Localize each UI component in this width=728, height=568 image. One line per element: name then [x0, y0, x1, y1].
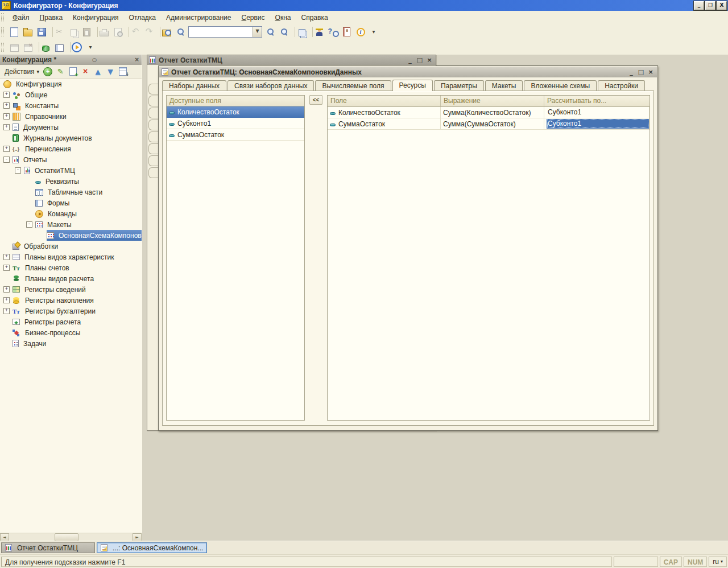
toolbar-button[interactable] — [340, 26, 353, 38]
app-restore-button[interactable]: ❐ — [705, 1, 715, 10]
window-minimize-button[interactable]: _ — [627, 68, 635, 76]
report-window-titlebar[interactable]: Отчет ОстаткиТМЦ _ □ × — [147, 55, 436, 65]
tree-expander-icon[interactable]: - — [3, 157, 10, 163]
move-all-left-button[interactable]: << — [309, 95, 322, 105]
tree-item[interactable]: Задачи — [0, 338, 142, 349]
toolbar-button[interactable]: ✂ — [52, 26, 66, 38]
tree-item[interactable]: ОсновнаяСхемаКомпоновки — [0, 230, 142, 241]
tab[interactable]: Ресурсы — [392, 80, 433, 91]
tree-item[interactable]: + Планы счетов — [0, 262, 142, 273]
tree-item[interactable]: Табличные части — [0, 187, 142, 197]
tree-item[interactable]: + Общие — [0, 89, 142, 100]
toolbar-button[interactable] — [21, 26, 35, 38]
tree-expander-icon[interactable]: + — [3, 286, 10, 293]
calc-by-cell[interactable]: Субконто1 — [547, 108, 649, 117]
app-minimize-button[interactable]: _ — [694, 1, 704, 10]
menu-item[interactable]: Администрирование — [161, 12, 236, 23]
tree-expander-icon[interactable]: + — [3, 124, 10, 130]
tree-item[interactable]: Реквизиты — [0, 176, 142, 187]
toolbar-button[interactable] — [160, 26, 173, 38]
action-button[interactable] — [67, 66, 79, 77]
tree-item[interactable]: + Планы видов характеристик — [0, 252, 142, 262]
taskbar-window-button[interactable]: Отчет ОстаткиТМЦ — [1, 542, 95, 553]
table-row[interactable]: КоличествоОстаток Сумма(КоличествоОстато… — [328, 107, 650, 118]
tab[interactable]: Настройки — [598, 80, 645, 91]
tree-horizontal-scrollbar[interactable]: ◄ ► — [0, 533, 142, 541]
toolbar-button[interactable] — [97, 26, 111, 38]
toolbar-button[interactable] — [21, 41, 35, 53]
tree-item[interactable]: Конфигурация — [0, 79, 142, 89]
tree-item[interactable]: Команды — [0, 208, 142, 219]
toolbar-button[interactable] — [326, 26, 340, 38]
toolbar-button[interactable] — [7, 41, 21, 53]
window-close-button[interactable]: × — [425, 56, 433, 64]
tree-item[interactable]: Журналы документов — [0, 133, 142, 143]
menu-item[interactable]: Конфигурация — [68, 12, 124, 23]
tree-item[interactable]: + Регистры сведений — [0, 284, 142, 295]
action-button[interactable] — [117, 66, 129, 77]
toolbar-button[interactable] — [111, 26, 125, 38]
menu-item[interactable]: Окна — [270, 12, 296, 23]
toolbar-button[interactable] — [277, 26, 291, 38]
available-field-row[interactable]: КоличествоОстаток — [167, 106, 304, 118]
tree-item[interactable]: Регистры расчета — [0, 316, 142, 327]
toolbar-grip[interactable] — [1, 43, 4, 52]
tree-item[interactable]: Планы видов расчета — [0, 273, 142, 284]
toolbar-button[interactable] — [125, 26, 129, 38]
available-field-row[interactable]: СуммаОстаток — [167, 129, 304, 141]
menu-item[interactable]: Сервис — [236, 12, 270, 23]
tree-item[interactable]: + Регистры бухгалтерии — [0, 306, 142, 316]
tree-expander-icon[interactable]: - — [26, 221, 32, 228]
tree-item[interactable]: + Справочники — [0, 111, 142, 122]
available-field-row[interactable]: Субконто1 — [167, 118, 304, 129]
scroll-right-icon[interactable]: ► — [133, 533, 142, 541]
action-button[interactable]: ▲ — [92, 66, 104, 77]
window-maximize-button[interactable]: □ — [416, 56, 424, 64]
window-maximize-button[interactable]: □ — [637, 68, 645, 76]
tab[interactable]: Вложенные схемы — [524, 80, 597, 91]
window-close-button[interactable]: × — [647, 68, 655, 76]
panel-close-icon[interactable]: × — [133, 55, 142, 64]
tree-item[interactable]: + Константы — [0, 100, 142, 111]
action-button[interactable]: ✎ — [54, 66, 67, 77]
column-header-expression[interactable]: Выражение — [441, 96, 544, 106]
search-combobox[interactable]: ▼ — [188, 26, 262, 38]
column-header-field[interactable]: Поле — [328, 96, 441, 106]
tree-expander-icon[interactable]: + — [3, 265, 10, 271]
toolbar-button[interactable]: ▾ — [367, 26, 380, 38]
toolbar-grip[interactable] — [1, 27, 4, 36]
action-button[interactable]: × — [79, 66, 92, 77]
language-indicator[interactable]: ru ▾ — [709, 557, 727, 567]
toolbar-button[interactable] — [48, 26, 52, 38]
toolbar-button[interactable] — [93, 26, 97, 38]
column-header-calc-by[interactable]: Рассчитывать по... — [544, 96, 650, 106]
menu-item[interactable]: Отладка — [124, 12, 161, 23]
toolbar-button[interactable] — [80, 26, 93, 38]
tab[interactable]: Связи наборов данных — [228, 80, 314, 91]
table-row[interactable]: СуммаОстаток Сумма(СуммаОстаток) Субконт… — [328, 118, 650, 130]
tab[interactable]: Параметры — [434, 80, 484, 91]
tree-expander-icon[interactable]: + — [3, 146, 10, 152]
toolbar-button[interactable] — [263, 26, 277, 38]
tree-expander-icon[interactable]: + — [3, 113, 10, 120]
toolbar-button[interactable] — [353, 26, 367, 38]
window-minimize-button[interactable]: _ — [406, 56, 414, 64]
toolbar-button[interactable]: ↷ — [142, 26, 156, 38]
toolbar-button[interactable] — [312, 26, 326, 38]
menu-item[interactable]: Файл — [7, 12, 35, 23]
toolbar-button[interactable]: ↶ — [129, 26, 142, 38]
tab[interactable]: Вычисляемые поля — [315, 80, 391, 91]
action-button[interactable] — [42, 66, 54, 77]
tree-item[interactable]: - Отчеты — [0, 154, 142, 165]
tree-expander-icon[interactable]: + — [3, 297, 10, 303]
scrollbar-track[interactable] — [9, 533, 133, 541]
tree-item[interactable]: + Документы — [0, 122, 142, 133]
toolbar-button[interactable] — [35, 26, 48, 38]
search-dropdown-icon[interactable]: ▼ — [253, 27, 262, 37]
toolbar-button[interactable] — [52, 41, 66, 53]
toolbar-button[interactable] — [156, 26, 160, 38]
toolbar-grip[interactable] — [1, 13, 4, 22]
toolbar-button[interactable] — [291, 26, 295, 38]
tree-item[interactable]: Формы — [0, 197, 142, 208]
action-button[interactable]: ▼ — [104, 66, 117, 77]
